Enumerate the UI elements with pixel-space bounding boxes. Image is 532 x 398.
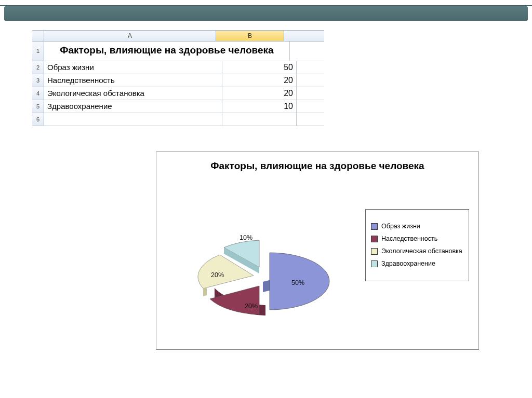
row-1: 1 Факторы, влияющие на здоровье человека — [32, 42, 324, 61]
col-header-b[interactable]: B — [216, 31, 284, 41]
cell-b5[interactable]: 10 — [222, 100, 297, 113]
slide-accent-bar — [4, 6, 528, 21]
chart-legend: Образ жизни Наследственность Экологическ… — [365, 209, 469, 281]
row-3: 3 Наследственность 20 — [32, 74, 324, 87]
legend-swatch-yellow — [371, 248, 378, 255]
cell-a5[interactable]: Здравоохранение — [44, 100, 222, 113]
row-num[interactable]: 6 — [32, 113, 44, 126]
pie-plot-area: 50% 20% 20% 10% — [182, 214, 343, 334]
pie-side-yellow — [203, 287, 207, 296]
row-num[interactable]: 3 — [32, 74, 44, 87]
row-num[interactable]: 4 — [32, 87, 44, 100]
cell-b2[interactable]: 50 — [222, 61, 297, 74]
title-cell[interactable]: Факторы, влияющие на здоровье человека — [44, 42, 290, 61]
cell-a4[interactable]: Экологическая обстановка — [44, 87, 222, 100]
data-label-20a: 20% — [245, 303, 258, 310]
row-num[interactable]: 1 — [32, 42, 44, 61]
pie-chart: Факторы, влияющие на здоровье человека 5… — [156, 152, 479, 350]
row-num[interactable]: 5 — [32, 100, 44, 113]
col-header-a[interactable]: A — [44, 31, 216, 41]
legend-item: Наследственность — [371, 235, 463, 243]
cell-b6[interactable] — [222, 113, 297, 126]
chart-title: Факторы, влияющие на здоровье человека — [156, 159, 478, 173]
cell-b4[interactable]: 20 — [222, 87, 297, 100]
legend-label: Экологическая обстановка — [381, 248, 462, 255]
pie-slice-maroon — [210, 286, 259, 314]
row-5: 5 Здравоохранение 10 — [32, 100, 324, 113]
legend-swatch-cyan — [371, 260, 378, 267]
slide-top-rule — [0, 0, 532, 6]
legend-label: Наследственность — [381, 235, 437, 243]
row-num[interactable]: 2 — [32, 61, 44, 74]
legend-label: Образ жизни — [381, 223, 420, 230]
data-label-50: 50% — [291, 279, 304, 286]
pie-svg — [182, 214, 343, 334]
legend-swatch-blue — [371, 223, 378, 230]
row-4: 4 Экологическая обстановка 20 — [32, 87, 324, 100]
legend-item: Экологическая обстановка — [371, 248, 463, 255]
legend-label: Здравоохранение — [381, 260, 435, 268]
select-all-corner[interactable] — [32, 31, 44, 41]
legend-swatch-maroon — [371, 236, 378, 242]
cell-a2[interactable]: Образ жизни — [44, 61, 222, 74]
legend-item: Здравоохранение — [371, 260, 463, 268]
data-label-10: 10% — [240, 234, 252, 241]
cell-a6[interactable] — [44, 113, 222, 126]
col-header-rest — [284, 31, 324, 41]
row-2: 2 Образ жизни 50 — [32, 61, 324, 74]
cell-b3[interactable]: 20 — [222, 74, 297, 87]
column-headers: A B — [32, 30, 324, 42]
legend-item: Образ жизни — [371, 223, 463, 230]
data-label-20b: 20% — [211, 271, 224, 279]
row-6: 6 — [32, 113, 324, 126]
spreadsheet: A B 1 Факторы, влияющие на здоровье чело… — [32, 30, 324, 126]
cell-a3[interactable]: Наследственность — [44, 74, 222, 87]
